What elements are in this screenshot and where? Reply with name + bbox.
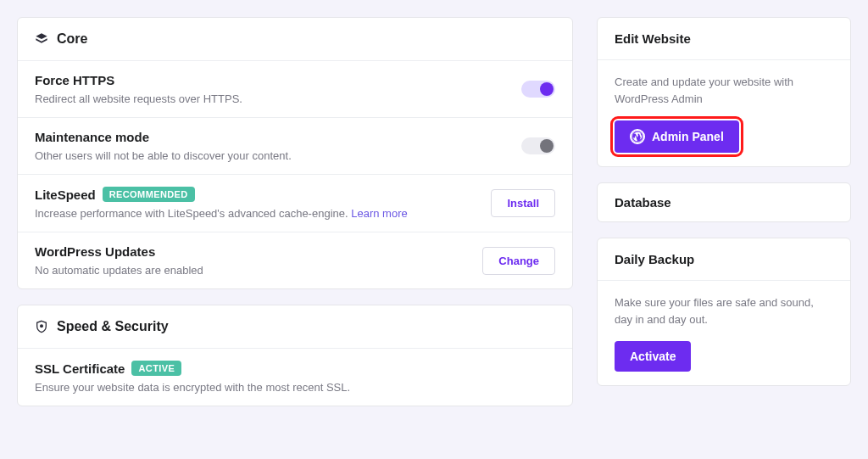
daily-backup-desc: Make sure your files are safe and sound,… [615,294,833,327]
litespeed-row: LiteSpeed RECOMMENDED Increase performan… [18,175,572,232]
daily-backup-card: Daily Backup Make sure your files are sa… [597,238,851,386]
maintenance-title: Maintenance mode [35,130,504,144]
litespeed-title: LiteSpeed [35,188,96,202]
core-title: Core [57,31,87,47]
admin-panel-button[interactable]: Admin Panel [615,120,739,153]
svg-point-0 [41,325,43,327]
change-button[interactable]: Change [482,247,555,275]
edit-website-card: Edit Website Create and update your webs… [597,17,851,167]
litespeed-desc: Increase performance with LiteSpeed's ad… [35,207,474,220]
maintenance-desc: Other users will not be able to discover… [35,149,504,162]
admin-panel-label: Admin Panel [652,130,724,143]
database-card: Database [597,182,851,222]
database-title: Database [615,195,833,210]
edit-website-desc: Create and update your website with Word… [615,74,833,107]
daily-backup-header: Daily Backup [598,238,850,281]
edit-website-title: Edit Website [615,31,691,46]
daily-backup-title: Daily Backup [615,252,694,266]
maintenance-toggle[interactable] [521,137,555,154]
core-card: Core Force HTTPS Redirect all website re… [17,17,573,289]
recommended-badge: RECOMMENDED [103,187,195,202]
force-https-row: Force HTTPS Redirect all website request… [18,61,572,118]
force-https-toggle[interactable] [521,81,555,98]
core-header: Core [18,18,572,61]
ssl-row: SSL Certificate ACTIVE Ensure your websi… [18,349,572,406]
edit-website-header: Edit Website [598,18,850,60]
force-https-title: Force HTTPS [35,73,504,87]
layers-icon [35,32,48,46]
speed-security-card: Speed & Security SSL Certificate ACTIVE … [17,305,573,406]
wp-updates-desc: No automatic updates are enabled [35,264,465,277]
activate-button[interactable]: Activate [615,341,691,372]
speed-security-header: Speed & Security [18,305,572,349]
maintenance-row: Maintenance mode Other users will not be… [18,118,572,175]
active-badge: ACTIVE [131,361,181,376]
ssl-title: SSL Certificate [35,361,125,376]
install-button[interactable]: Install [491,189,555,217]
wordpress-icon [630,129,645,144]
shield-icon [35,320,48,333]
wp-updates-title: WordPress Updates [35,244,465,259]
wp-updates-row: WordPress Updates No automatic updates a… [18,232,572,288]
litespeed-learn-more[interactable]: Learn more [351,207,407,220]
speed-security-title: Speed & Security [57,319,169,334]
ssl-desc: Ensure your website data is encrypted wi… [35,381,555,394]
litespeed-desc-text: Increase performance with LiteSpeed's ad… [35,207,351,220]
force-https-desc: Redirect all website requests over HTTPS… [35,92,504,105]
